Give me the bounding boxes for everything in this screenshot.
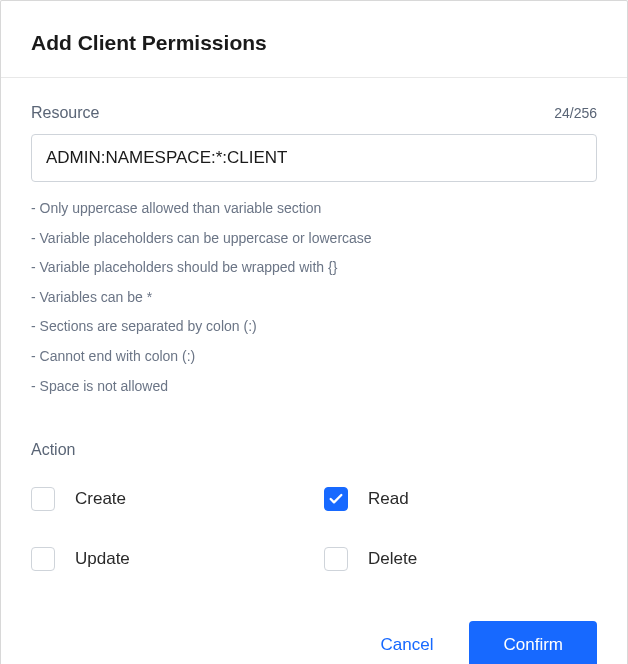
resource-hint: Only uppercase allowed than variable sec… <box>31 194 597 224</box>
resource-hint: Cannot end with colon (:) <box>31 342 597 372</box>
check-icon <box>328 491 344 507</box>
confirm-button[interactable]: Confirm <box>469 621 597 664</box>
resource-field-header: Resource 24/256 <box>31 104 597 122</box>
delete-checkbox-label: Delete <box>368 549 417 569</box>
action-section: Action Create Read <box>31 441 597 571</box>
update-checkbox[interactable] <box>31 547 55 571</box>
modal-header: Add Client Permissions <box>1 1 627 78</box>
add-client-permissions-modal: Add Client Permissions Resource 24/256 O… <box>0 0 628 664</box>
delete-checkbox[interactable] <box>324 547 348 571</box>
modal-body: Resource 24/256 Only uppercase allowed t… <box>1 78 627 664</box>
resource-hint: Variables can be * <box>31 283 597 313</box>
action-label: Action <box>31 441 597 459</box>
create-checkbox-label: Create <box>75 489 126 509</box>
resource-hint: Variable placeholders can be uppercase o… <box>31 224 597 254</box>
action-checkbox-grid: Create Read Update <box>31 487 597 571</box>
read-checkbox-label: Read <box>368 489 409 509</box>
resource-hints: Only uppercase allowed than variable sec… <box>31 194 597 401</box>
read-checkbox[interactable] <box>324 487 348 511</box>
checkbox-item-read: Read <box>324 487 597 511</box>
resource-hint: Variable placeholders should be wrapped … <box>31 253 597 283</box>
resource-hint: Sections are separated by colon (:) <box>31 312 597 342</box>
resource-label: Resource <box>31 104 99 122</box>
cancel-button[interactable]: Cancel <box>377 627 438 663</box>
modal-title: Add Client Permissions <box>31 31 597 55</box>
checkbox-item-create: Create <box>31 487 304 511</box>
create-checkbox[interactable] <box>31 487 55 511</box>
checkbox-item-update: Update <box>31 547 304 571</box>
update-checkbox-label: Update <box>75 549 130 569</box>
resource-hint: Space is not allowed <box>31 372 597 402</box>
modal-footer: Cancel Confirm <box>31 621 597 664</box>
resource-input[interactable] <box>31 134 597 182</box>
checkbox-item-delete: Delete <box>324 547 597 571</box>
resource-char-count: 24/256 <box>554 105 597 121</box>
